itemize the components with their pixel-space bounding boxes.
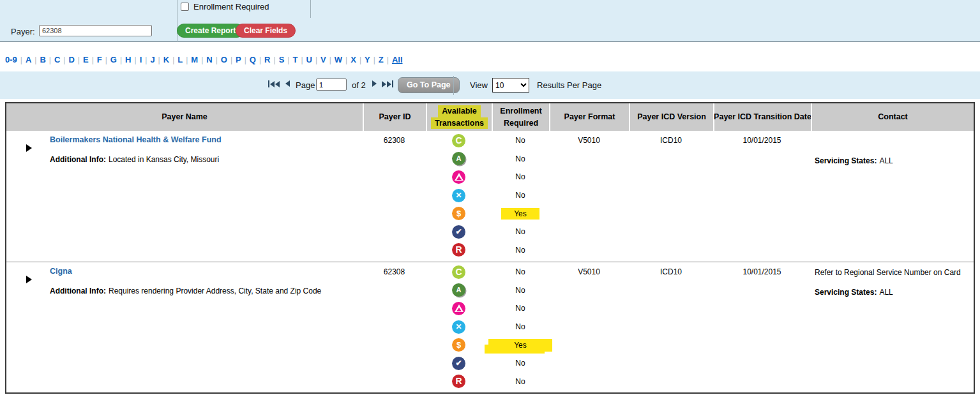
column-header-enrollment-required: Enrollment Required <box>492 103 549 131</box>
column-header-available-transactions: Available Transactions <box>426 103 492 131</box>
enrollment-required-value: No <box>515 227 525 236</box>
payer-format-cell: V5010 <box>549 131 629 262</box>
additional-info-text: Located in Kansas City, Missouri <box>109 155 219 164</box>
enrollment-required-value: No <box>515 172 525 181</box>
servicing-states-label: Servicing States: <box>815 288 877 297</box>
highlighted-header-text: Available <box>438 105 480 117</box>
alphabet-filter-a[interactable]: A <box>22 55 34 64</box>
payer-table: Payer Name Payer ID Available Transactio… <box>5 102 975 394</box>
alphabet-filter-e[interactable]: E <box>80 55 92 64</box>
go-to-page-button[interactable]: Go To Page <box>398 77 460 93</box>
bar-icon <box>392 80 393 87</box>
enrollment-required-value: No <box>515 191 525 200</box>
first-page-button[interactable] <box>268 80 280 87</box>
alphabet-nav: 0-9|A|B|C|D|E|F|G|H|I|J|K|L|M|N|O|P|Q|R|… <box>5 55 406 64</box>
payer-name-cell: Boilermakers National Health & Welfare F… <box>6 131 363 262</box>
enrollment-required-checkbox-label: Enrollment Required <box>193 2 269 11</box>
enrollment-required-value: No <box>515 136 525 145</box>
dollar-icon: $ <box>452 207 465 220</box>
servicing-states-value: ALL <box>879 156 893 165</box>
enrollment-required-value: No <box>515 267 525 276</box>
alphabet-filter-c[interactable]: C <box>51 55 63 64</box>
additional-info-label: Additional Info: <box>50 155 106 164</box>
pagination-bar: Page of 2 Go To Page View 10 Results Per… <box>0 71 980 99</box>
alphabet-filter-0-9[interactable]: 0-9 <box>5 55 20 64</box>
alphabet-filter-p[interactable]: P <box>232 55 245 64</box>
alphabet-filter-h[interactable]: H <box>122 55 134 64</box>
check-icon: ✔ <box>452 225 465 239</box>
enrollment-required-checkbox[interactable] <box>181 3 189 11</box>
pagination-divider <box>453 76 454 95</box>
previous-page-button[interactable] <box>285 80 290 87</box>
servicing-states: Servicing States:ALL <box>815 156 893 165</box>
alphabet-filter-r[interactable]: R <box>261 55 273 64</box>
payer-id-cell: 62308 <box>363 131 426 262</box>
payer-id-cell: 62308 <box>363 262 426 392</box>
dollar-icon: $ <box>452 338 465 352</box>
alphabet-filter-m[interactable]: M <box>188 55 201 64</box>
alphabet-filter-x[interactable]: X <box>347 55 359 64</box>
additional-info: Additional Info:Requires rendering Provi… <box>50 287 321 295</box>
additional-info: Additional Info:Located in Kansas City, … <box>50 155 219 164</box>
alphabet-filter-y[interactable]: Y <box>361 55 373 64</box>
alphabet-filter-w[interactable]: W <box>331 55 345 64</box>
available-transactions-cell: CA✕$✔R <box>426 262 492 392</box>
alphabet-filter-d[interactable]: D <box>65 55 77 64</box>
alphabet-filter-o[interactable]: O <box>218 55 230 64</box>
enrollment-required-value: No <box>515 154 525 163</box>
results-per-page-label: Results Per Page <box>537 80 601 90</box>
alphabet-filter-n[interactable]: N <box>203 55 215 64</box>
expand-row-arrow-icon[interactable] <box>26 144 32 152</box>
create-report-button[interactable]: Create Report <box>177 24 244 38</box>
column-header-payer-id: Payer ID <box>363 103 426 131</box>
alphabet-filter-v[interactable]: V <box>317 55 329 64</box>
alphabet-filter-f[interactable]: F <box>94 55 105 64</box>
alphabet-filter-i[interactable]: I <box>137 55 146 64</box>
page-of-label: of 2 <box>352 80 366 90</box>
contact-cell: Servicing States:ALL <box>811 131 974 262</box>
payer-format-cell: V5010 <box>549 262 629 392</box>
enrollment-required-cell: NoNoNoNoYesNoNo <box>492 131 549 262</box>
results-per-page-select[interactable]: 10 <box>492 78 529 93</box>
right-arrow-icon <box>382 81 386 87</box>
right-arrow-icon <box>387 81 391 87</box>
payer-name-link[interactable]: Boilermakers National Health & Welfare F… <box>50 135 222 144</box>
x-cross-icon: ✕ <box>452 320 465 334</box>
payer-input[interactable] <box>39 25 152 36</box>
enrollment-required-cell: NoNoNoNoYesNoNo <box>492 262 549 392</box>
alphabet-filter-k[interactable]: K <box>160 55 172 64</box>
panel-divider <box>177 0 177 42</box>
alphabet-filter-t[interactable]: T <box>289 55 301 64</box>
page-number-input[interactable] <box>316 78 347 91</box>
payer-icd-version-cell: ICD10 <box>629 131 713 262</box>
enrollment-required-value: No <box>515 286 525 295</box>
alphabet-filter-z[interactable]: Z <box>375 55 387 64</box>
alphabet-filter-u[interactable]: U <box>303 55 315 64</box>
alphabet-filter-s[interactable]: S <box>276 55 288 64</box>
highlighted-header-text: Transactions <box>431 117 488 129</box>
payer-name-link[interactable]: Cigna <box>50 267 72 276</box>
clear-fields-button[interactable]: Clear Fields <box>236 24 296 38</box>
column-header-contact: Contact <box>811 103 974 131</box>
left-arrow-icon <box>285 80 290 87</box>
payer-name-cell: Cigna Additional Info:Requires rendering… <box>6 262 363 392</box>
alphabet-filter-l[interactable]: L <box>174 55 186 64</box>
contact-text: Refer to Regional Service Number on Card <box>815 268 961 277</box>
alphabet-filter-j[interactable]: J <box>147 55 158 64</box>
enrollment-required-value: No <box>515 246 525 255</box>
alphabet-filter-all[interactable]: All <box>389 55 406 64</box>
next-page-button[interactable] <box>372 80 377 87</box>
enrollment-required-value: No <box>515 359 525 368</box>
payer-icd-transition-date-cell: 10/01/2015 <box>713 131 811 262</box>
triangle-a-icon <box>452 170 465 184</box>
payer-label: Payer: <box>11 27 35 36</box>
page-label: Page <box>296 80 315 90</box>
column-header-payer-name: Payer Name <box>6 103 363 131</box>
alphabet-filter-q[interactable]: Q <box>246 55 259 64</box>
alphabet-filter-b[interactable]: B <box>36 55 49 64</box>
filter-panel: Payer: Enrollment Required Create Report… <box>0 0 980 42</box>
expand-row-arrow-icon[interactable] <box>26 276 32 283</box>
last-page-button[interactable] <box>382 80 393 87</box>
alphabet-filter-g[interactable]: G <box>107 55 120 64</box>
table-header-row: Payer Name Payer ID Available Transactio… <box>6 103 974 131</box>
